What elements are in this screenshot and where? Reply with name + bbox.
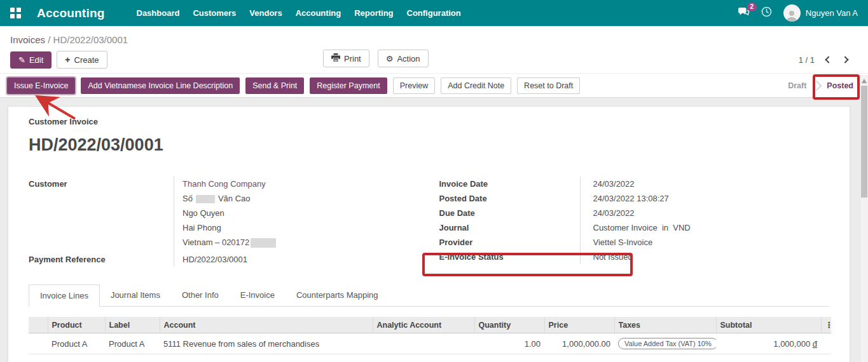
pencil-icon: ✎ xyxy=(18,55,25,65)
payment-reference-value: HD/2022/03/0001 xyxy=(174,250,419,267)
state-chevron-icon xyxy=(811,80,822,91)
currency-dong-symbol: đ xyxy=(813,339,817,349)
customer-address-line-3: Hai Phong xyxy=(174,220,419,235)
customer-address-line-2: Ngo Quyen xyxy=(174,206,419,220)
row-handle xyxy=(29,333,48,354)
customer-label: Customer xyxy=(29,177,174,191)
invoice-lines-table: Product Label Account Analytic Account Q… xyxy=(29,317,831,354)
cell-account[interactable]: 5111 Revenue from sales of merchandises xyxy=(160,333,373,354)
user-menu[interactable]: Nguyen Van A xyxy=(783,4,858,22)
pager-previous-icon[interactable] xyxy=(825,56,832,63)
scrollbar-thumb[interactable] xyxy=(861,86,867,198)
messages-button[interactable]: 2 xyxy=(738,7,750,20)
menu-dashboard[interactable]: Dashboard xyxy=(137,8,180,18)
cell-label[interactable]: Product A xyxy=(105,333,160,354)
menu-accounting[interactable]: Accounting xyxy=(296,8,341,18)
column-label[interactable]: Label xyxy=(105,317,160,333)
pager-next-icon[interactable] xyxy=(841,56,848,63)
vertical-scrollbar[interactable] xyxy=(860,75,868,362)
journal-value: Customer Invoice in VND xyxy=(580,220,830,235)
breadcrumb-current: HD/2022/03/0001 xyxy=(53,34,128,45)
cell-subtotal: 1,000,000 đ xyxy=(716,333,821,354)
invoice-date-label: Invoice Date xyxy=(439,177,580,191)
invoice-date-value: 24/03/2022 xyxy=(580,177,830,191)
activities-button[interactable] xyxy=(761,6,772,20)
state-draft[interactable]: Draft xyxy=(788,81,806,90)
column-product[interactable]: Product xyxy=(48,317,105,333)
menu-vendors[interactable]: Vendors xyxy=(249,8,282,18)
gear-icon: ⚙ xyxy=(386,54,394,64)
messages-count-badge: 2 xyxy=(747,3,757,11)
notebook-tabs: Invoice Lines Journal Items Other Info E… xyxy=(29,285,829,307)
preview-button[interactable]: Preview xyxy=(393,77,435,94)
state-posted[interactable]: Posted xyxy=(827,81,853,90)
pager: 1 / 1 xyxy=(799,55,858,65)
column-quantity[interactable]: Quantity xyxy=(474,317,544,333)
column-account[interactable]: Account xyxy=(160,317,373,333)
action-button[interactable]: ⚙ Action xyxy=(378,50,429,67)
column-taxes[interactable]: Taxes xyxy=(614,317,716,333)
plus-icon: + xyxy=(65,55,70,65)
reset-to-draft-button[interactable]: Reset to Draft xyxy=(517,77,580,94)
tab-journal-items[interactable]: Journal Items xyxy=(100,285,171,307)
user-name: Nguyen Van A xyxy=(806,8,858,18)
tab-other-info[interactable]: Other Info xyxy=(171,285,230,307)
add-vietnamese-invoice-line-description-button[interactable]: Add Vietnamese Invoice Line Description xyxy=(81,77,240,94)
provider-value: Viettel S-Invoice xyxy=(580,235,830,250)
cell-taxes[interactable]: Value Added Tax (VAT) 10% xyxy=(614,333,716,354)
tax-tag: Value Added Tax (VAT) 10% xyxy=(618,338,716,349)
register-payment-button[interactable]: Register Payment xyxy=(310,77,387,94)
due-date-value: 24/03/2022 xyxy=(580,206,830,220)
journal-label: Journal xyxy=(439,220,580,235)
table-row[interactable]: Product A Product A 5111 Revenue from sa… xyxy=(29,333,831,354)
issue-einvoice-button[interactable]: Issue E-Invoice xyxy=(7,77,75,94)
form-content: Customer Invoice HD/2022/03/0001 Custome… xyxy=(0,98,868,362)
customer-name[interactable]: Thanh Cong Company xyxy=(183,179,266,189)
add-credit-note-button[interactable]: Add Credit Note xyxy=(441,77,511,94)
scrollbar-up-arrow-icon[interactable] xyxy=(862,79,867,83)
send-print-button[interactable]: Send & Print xyxy=(245,77,304,94)
tab-e-invoice[interactable]: E-Invoice xyxy=(230,285,286,307)
cell-quantity[interactable]: 1.00 xyxy=(474,333,544,354)
field-groups: Customer Thanh Cong Company SốVăn Cao Ng… xyxy=(29,177,829,267)
column-price[interactable]: Price xyxy=(544,317,614,333)
payment-reference-label: Payment Reference xyxy=(29,250,174,267)
tab-invoice-lines[interactable]: Invoice Lines xyxy=(29,285,100,307)
einvoice-status-label: E-Invoice Status xyxy=(439,250,580,264)
breadcrumb-separator: / xyxy=(48,34,53,45)
customer-address-line-4: Vietnam – 020172 xyxy=(174,235,419,250)
control-panel-buttons: ✎ Edit + Create Print ⚙ Action 1 / 1 xyxy=(0,46,868,73)
redacted-text xyxy=(251,238,276,248)
edit-button[interactable]: ✎ Edit xyxy=(10,51,52,69)
column-analytic-account[interactable]: Analytic Account xyxy=(373,317,474,333)
cell-analytic-account[interactable] xyxy=(373,333,474,354)
cell-product[interactable]: Product A xyxy=(48,333,105,354)
clock-icon xyxy=(761,6,772,20)
right-field-group: Invoice Date 24/03/2022 Posted Date 24/0… xyxy=(439,177,830,267)
menu-customers[interactable]: Customers xyxy=(193,8,236,18)
cell-price[interactable]: 1,000,000.00 xyxy=(544,333,614,354)
column-options-icon[interactable]: ⋮ xyxy=(821,317,831,333)
column-subtotal[interactable]: Subtotal xyxy=(716,317,821,333)
status-widget: Draft Posted xyxy=(788,81,861,90)
pager-value: 1 / 1 xyxy=(799,55,815,65)
breadcrumb-parent[interactable]: Invoices xyxy=(10,34,45,45)
menu-configuration[interactable]: Configuration xyxy=(407,8,461,18)
navbar-right: 2 Nguyen Van A xyxy=(738,4,858,22)
apps-menu-icon[interactable] xyxy=(10,8,22,19)
top-navbar: Accounting Dashboard Customers Vendors A… xyxy=(0,0,868,26)
tab-counterparts-mapping[interactable]: Counterparts Mapping xyxy=(286,285,389,307)
menu-reporting[interactable]: Reporting xyxy=(354,8,393,18)
posted-date-label: Posted Date xyxy=(439,191,580,206)
einvoice-status-value: Not Issued xyxy=(580,250,830,264)
invoice-sheet: Customer Invoice HD/2022/03/0001 Custome… xyxy=(8,106,850,362)
invoice-number: HD/2022/03/0001 xyxy=(29,135,829,155)
table-header-row: Product Label Account Analytic Account Q… xyxy=(29,317,831,333)
left-field-group: Customer Thanh Cong Company SốVăn Cao Ng… xyxy=(29,177,419,267)
print-button[interactable]: Print xyxy=(323,50,369,67)
create-button[interactable]: + Create xyxy=(57,51,107,69)
main-menu: Dashboard Customers Vendors Accounting R… xyxy=(137,8,461,18)
document-type-label: Customer Invoice xyxy=(29,117,829,126)
breadcrumb: Invoices / HD/2022/03/0001 xyxy=(0,26,868,46)
app-brand[interactable]: Accounting xyxy=(37,6,105,20)
